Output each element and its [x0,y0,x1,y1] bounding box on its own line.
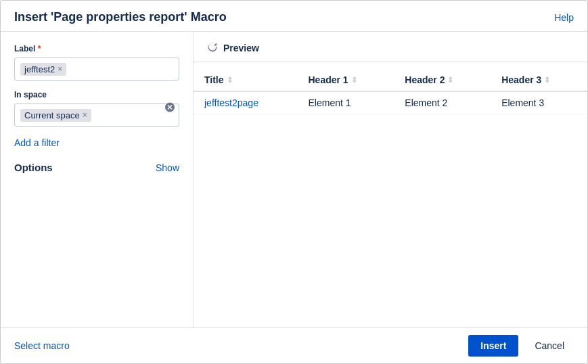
dialog: Insert 'Page properties report' Macro He… [0,0,588,364]
sort-icon-title[interactable]: ⇕ [227,76,233,85]
preview-header: Preview [194,32,587,62]
in-space-tag-remove[interactable]: × [83,111,87,119]
show-link[interactable]: Show [156,162,179,173]
help-link[interactable]: Help [554,12,574,23]
col-header2: Header 2 ⇕ [394,69,491,91]
label-tag-input[interactable]: jefftest2 × [14,58,179,81]
add-filter-link[interactable]: Add a filter [14,137,179,148]
header3-cell: Element 3 [491,91,587,114]
options-row: Options Show [14,162,179,173]
options-label: Options [14,162,53,173]
in-space-field-group: In space Current space × [14,90,179,127]
insert-button[interactable]: Insert [468,335,518,357]
dialog-body: Label * jefftest2 × In space Current spa… [1,32,587,327]
header2-cell: Element 2 [394,91,491,114]
in-space-tag-input[interactable]: Current space × [14,104,179,127]
right-panel: Preview Title ⇕ [194,32,587,327]
sort-icon-header2[interactable]: ⇕ [447,76,453,85]
sort-icon-header1[interactable]: ⇕ [351,76,357,85]
refresh-icon [207,41,218,55]
col-header3: Header 3 ⇕ [491,69,587,91]
title-cell-link[interactable]: jefftest2page [204,97,258,108]
preview-table: Title ⇕ Header 1 ⇕ [194,69,587,114]
col-header1: Header 1 ⇕ [297,69,394,91]
select-macro-link[interactable]: Select macro [14,340,70,351]
in-space-tag: Current space × [20,109,91,122]
required-star: * [38,44,41,53]
preview-label: Preview [223,43,259,53]
preview-table-container: Title ⇕ Header 1 ⇕ [194,62,587,327]
in-space-clear-icon[interactable] [164,102,175,115]
dialog-title: Insert 'Page properties report' Macro [14,10,227,24]
in-space-label: In space [14,90,179,99]
col-title: Title ⇕ [194,69,297,91]
dialog-header: Insert 'Page properties report' Macro He… [1,1,587,32]
sort-icon-header3[interactable]: ⇕ [544,76,550,85]
label-tag: jefftest2 × [20,63,66,76]
table-row: jefftest2pageElement 1Element 2Element 3 [194,91,587,114]
left-panel: Label * jefftest2 × In space Current spa… [1,32,194,327]
label-tag-remove[interactable]: × [58,65,62,73]
cancel-button[interactable]: Cancel [525,335,574,357]
label-field-group: Label * jefftest2 × [14,44,179,81]
footer-actions: Insert Cancel [468,335,574,357]
label-field-label: Label * [14,44,179,53]
dialog-footer: Select macro Insert Cancel [1,327,587,363]
header1-cell: Element 1 [297,91,394,114]
